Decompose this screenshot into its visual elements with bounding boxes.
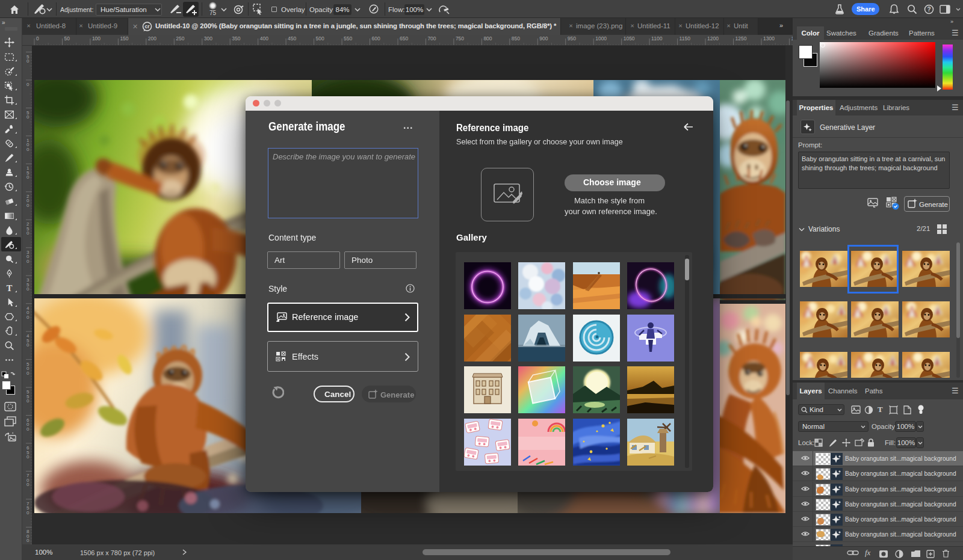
svg-text:0: 0 (26, 286, 29, 292)
svg-text:cr: cr (144, 23, 150, 29)
svg-text:200: 200 (148, 35, 156, 42)
svg-text:150: 150 (120, 35, 128, 42)
svg-text:800: 800 (483, 35, 492, 42)
svg-text:750: 750 (456, 35, 464, 42)
svg-text:700: 700 (427, 35, 436, 42)
svg-text:850: 850 (512, 35, 520, 42)
svg-text:650: 650 (400, 35, 408, 42)
svg-text:0: 0 (26, 82, 29, 87)
svg-text:400: 400 (260, 35, 268, 42)
svg-text:0: 0 (26, 454, 29, 460)
svg-text:1250: 1250 (735, 35, 747, 42)
svg-text:0: 0 (26, 114, 29, 120)
svg-text:0: 0 (26, 398, 29, 404)
svg-text:T: T (7, 283, 13, 293)
svg-text:0: 0 (26, 342, 29, 348)
svg-text:250: 250 (176, 35, 184, 42)
svg-text:0: 0 (26, 538, 29, 543)
svg-text:1200: 1200 (707, 35, 719, 42)
svg-text:1050: 1050 (624, 35, 635, 42)
svg-text:0: 0 (26, 371, 29, 376)
svg-text:450: 450 (288, 35, 296, 42)
svg-text:0: 0 (36, 35, 39, 42)
svg-text:0: 0 (26, 315, 29, 320)
svg-text:0: 0 (26, 203, 29, 208)
svg-text:0: 0 (26, 230, 29, 236)
svg-text:100: 100 (92, 35, 101, 42)
svg-text:0: 0 (26, 426, 29, 432)
svg-text:0: 0 (26, 510, 29, 515)
svg-text:300: 300 (204, 35, 212, 42)
svg-text:0: 0 (26, 174, 29, 180)
svg-text:0: 0 (26, 482, 29, 487)
svg-text:1000: 1000 (595, 35, 607, 42)
svg-text:1150: 1150 (680, 35, 691, 42)
svg-text:600: 600 (372, 35, 380, 42)
svg-text:0: 0 (26, 259, 29, 264)
svg-text:950: 950 (568, 35, 576, 42)
svg-text:550: 550 (344, 35, 352, 42)
svg-text:900: 900 (539, 35, 548, 42)
svg-text:1100: 1100 (651, 35, 663, 42)
svg-text:50: 50 (64, 35, 70, 42)
svg-text:0: 0 (26, 147, 29, 152)
svg-text:500: 500 (316, 35, 324, 42)
svg-text:?: ? (927, 6, 930, 13)
svg-text:350: 350 (232, 35, 240, 42)
svg-text:1300: 1300 (763, 35, 775, 42)
svg-text:0: 0 (26, 58, 29, 64)
